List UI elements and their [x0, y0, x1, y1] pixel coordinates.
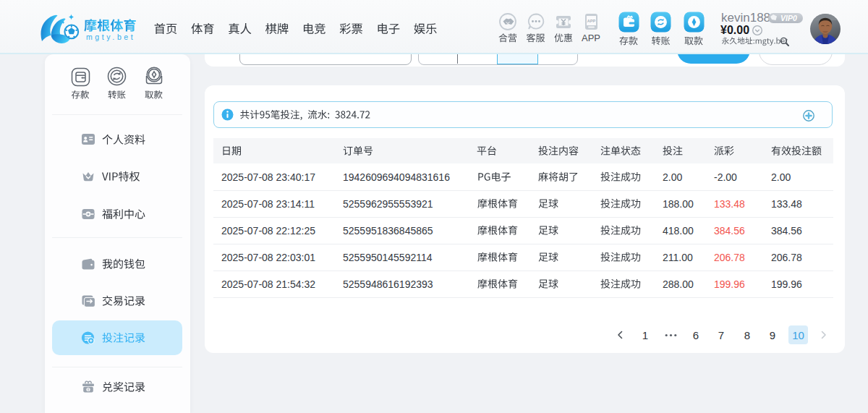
svg-text:APP: APP	[587, 19, 596, 23]
svg-text:VIP0: VIP0	[780, 14, 797, 22]
